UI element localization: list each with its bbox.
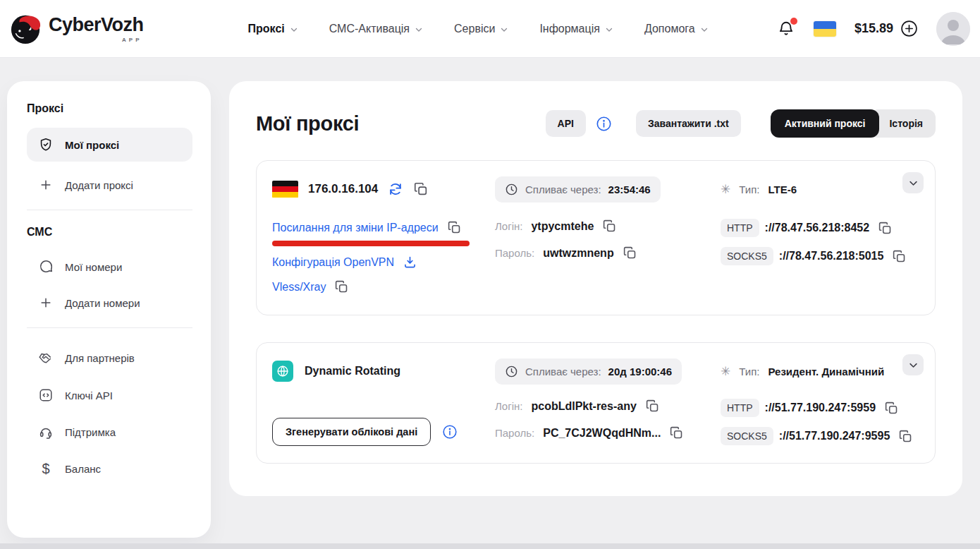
sidebar-item-label: Додати номери: [65, 297, 140, 309]
expires-pill: Спливає через: 23:54:46: [495, 176, 661, 203]
login-label: Логін:: [495, 220, 522, 232]
copy-ip-icon[interactable]: [413, 181, 429, 197]
asterisk-icon: ✳: [721, 364, 730, 379]
nav-information[interactable]: Інформація: [539, 23, 613, 35]
balance-amount: $15.89: [855, 21, 893, 36]
flag-germany: [272, 181, 298, 198]
chevron-down-icon: [500, 25, 508, 34]
sidebar-item-balance[interactable]: $ Баланс: [27, 450, 192, 488]
refresh-ip-icon[interactable]: [388, 181, 403, 197]
notifications-button[interactable]: [777, 20, 795, 38]
page-title: Мої проксі: [256, 112, 359, 135]
type-value: LTE-6: [768, 183, 797, 195]
copy-password-icon[interactable]: [623, 246, 637, 260]
hedgehog-logo-icon: [10, 13, 42, 45]
card-col-right: ✳ Тип: LTE-6 HTTP ://78.47.56.218:8452: [721, 176, 918, 298]
notification-dot: [790, 18, 797, 25]
sidebar-heading-proxy: Проксі: [27, 102, 192, 115]
nav-services-label: Сервіси: [454, 23, 495, 35]
clock-icon: [505, 183, 518, 196]
copy-vless-icon[interactable]: [334, 279, 349, 294]
api-button[interactable]: API: [546, 110, 586, 137]
sidebar-item-api-keys[interactable]: Ключі API: [27, 377, 192, 414]
copy-socks5-icon[interactable]: [898, 429, 913, 444]
info-icon[interactable]: [442, 424, 458, 440]
plus-icon: [38, 296, 54, 310]
copy-http-icon[interactable]: [878, 221, 893, 236]
language-flag-ukraine[interactable]: [814, 21, 836, 37]
headset-icon: [38, 424, 54, 440]
copy-socks5-icon[interactable]: [892, 249, 907, 264]
copy-login-icon[interactable]: [602, 219, 617, 234]
type-label: Тип:: [739, 183, 759, 195]
nav-services[interactable]: Сервіси: [454, 23, 508, 35]
card-col-middle: Спливає через: 20д 19:00:46 Логін: pcobL…: [495, 358, 721, 446]
card-col-middle: Спливає через: 23:54:46 Логін: ytpycmteh…: [495, 176, 721, 298]
shield-check-icon: [38, 137, 54, 152]
sidebar-item-my-numbers[interactable]: Мої номери: [27, 248, 192, 285]
main-panel: Мої проксі API Завантажити .txt Активний…: [229, 81, 962, 496]
card-col-left: Dynamic Rotating Згенерувати облікові да…: [272, 358, 495, 446]
copy-change-ip-link-icon[interactable]: [447, 220, 462, 235]
vless-xray-link[interactable]: Vless/Xray: [272, 281, 326, 294]
expires-value: 20д 19:00:46: [608, 366, 672, 378]
change-ip-link[interactable]: Посилання для зміни IP-адреси: [272, 222, 439, 234]
generate-credentials-button[interactable]: Згенерувати облікові дані: [272, 418, 431, 446]
http-address: ://51.77.190.247:5959: [765, 402, 876, 414]
login-value: pcobLdlPkt-res-any: [531, 400, 636, 413]
password-label: Пароль:: [495, 247, 534, 259]
brand-sub: APP: [122, 37, 142, 43]
download-txt-button[interactable]: Завантажити .txt: [636, 110, 741, 137]
proxy-ip: 176.0.16.104: [308, 182, 378, 196]
sidebar-item-add-numbers[interactable]: Додати номери: [27, 285, 192, 320]
brand-name: CyberVozh: [49, 14, 144, 36]
proxy-card-lte: 176.0.16.104 Посилання для зміни IP: [256, 160, 936, 315]
avatar[interactable]: [936, 12, 970, 46]
expires-label: Спливає через:: [525, 366, 601, 378]
expires-value: 23:54:46: [608, 183, 651, 195]
proxy-view-toggle: Активний проксі Історія: [771, 109, 936, 138]
download-openvpn-icon[interactable]: [403, 255, 417, 270]
expand-card-button[interactable]: [902, 354, 924, 375]
nav-help-label: Допомога: [644, 23, 695, 35]
sidebar-item-support[interactable]: Підтримка: [27, 414, 192, 450]
brand-logo[interactable]: CyberVozh APP: [10, 13, 144, 45]
sidebar-item-add-proxy[interactable]: Додати проксі: [27, 167, 192, 203]
tab-history[interactable]: Історія: [869, 109, 936, 138]
sidebar-item-label: Баланс: [65, 463, 101, 475]
password-value: uwtwzmnenp: [543, 247, 613, 260]
handshake-icon: [38, 350, 54, 366]
header-right-cluster: $15.89: [777, 12, 970, 46]
asterisk-icon: ✳: [721, 182, 730, 197]
password-label: Пароль:: [495, 427, 534, 439]
sidebar-item-label: Підтримка: [65, 426, 116, 438]
chevron-down-icon: [290, 25, 298, 34]
nav-sms-label: СМС-Активація: [329, 23, 410, 35]
sidebar-item-my-proxies[interactable]: Мої проксі: [27, 128, 192, 162]
expires-label: Спливає через:: [525, 183, 601, 195]
nav-help[interactable]: Допомога: [644, 23, 709, 35]
globe-icon: [272, 361, 293, 382]
copy-http-icon[interactable]: [884, 401, 899, 416]
top-up-balance-button[interactable]: [900, 20, 918, 37]
nav-sms-activation[interactable]: СМС-Активація: [329, 23, 423, 35]
type-label: Тип:: [739, 366, 759, 378]
openvpn-config-link[interactable]: Конфігурація OpenVPN: [272, 256, 394, 269]
sidebar-item-label: Ключі API: [65, 390, 113, 402]
nav-information-label: Інформація: [539, 23, 600, 35]
copy-password-icon[interactable]: [669, 426, 684, 440]
tab-active-proxies[interactable]: Активний проксі: [771, 109, 880, 138]
login-label: Логін:: [495, 400, 522, 412]
info-icon[interactable]: [596, 116, 612, 132]
http-tag: HTTP: [721, 219, 759, 237]
chevron-down-icon: [415, 25, 423, 34]
socks5-tag: SOCKS5: [721, 247, 773, 265]
card-col-left: 176.0.16.104 Посилання для зміни IP: [272, 176, 495, 298]
sidebar-item-partners[interactable]: Для партнерів: [27, 339, 192, 377]
chevron-down-icon: [700, 25, 709, 34]
copy-login-icon[interactable]: [645, 399, 660, 414]
nav-proxy[interactable]: Проксі: [248, 23, 298, 35]
code-square-icon: [38, 387, 54, 403]
login-value: ytpycmtehe: [531, 220, 594, 233]
expand-card-button[interactable]: [902, 172, 924, 193]
